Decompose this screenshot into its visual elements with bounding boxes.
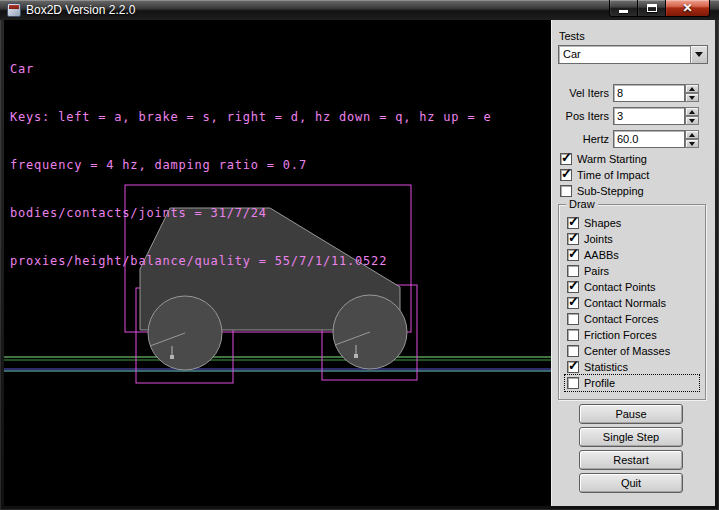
pos-iters-spin-up-button[interactable] — [685, 107, 699, 116]
checkbox-box — [567, 281, 579, 293]
tests-label: Tests — [559, 30, 585, 42]
control-panel: Tests Car Vel Iters 8 Pos Iters 3 — [551, 20, 715, 506]
hertz-spin-up-button[interactable] — [685, 130, 699, 139]
draw-group-title: Draw — [566, 198, 598, 210]
app-icon — [7, 3, 21, 17]
triangle-down-icon — [689, 119, 695, 123]
checkbox-label: Friction Forces — [584, 329, 657, 341]
pos-iters-spin-down-button[interactable] — [685, 116, 699, 125]
test-select[interactable]: Car — [558, 45, 708, 64]
checkbox-box — [567, 249, 579, 261]
checkbox-center-of-masses[interactable]: Center of Masses — [565, 343, 699, 359]
vel-iters-row: Vel Iters 8 — [552, 84, 716, 102]
checkbox-warm-starting[interactable]: Warm Starting — [558, 151, 710, 167]
pos-iters-label: Pos Iters — [552, 107, 609, 125]
checkbox-label: AABBs — [584, 249, 619, 261]
restart-button[interactable]: Restart — [579, 450, 683, 470]
draw-group: Draw Shapes Joints AABBs Pairs Contact P… — [558, 204, 706, 400]
checkbox-box — [567, 361, 579, 373]
checkbox-box — [567, 265, 579, 277]
checkbox-box — [560, 169, 572, 181]
checkbox-label: Statistics — [584, 361, 628, 373]
vel-iters-spinner — [685, 84, 699, 102]
checkbox-friction-forces[interactable]: Friction Forces — [565, 327, 699, 343]
hud-text-block: Car Keys: left = a, brake = s, right = d… — [10, 29, 491, 301]
checkbox-sub-stepping[interactable]: Sub-Stepping — [558, 183, 710, 199]
quit-button[interactable]: Quit — [579, 473, 683, 493]
minimize-icon — [619, 10, 628, 13]
checkbox-box — [567, 345, 579, 357]
minimize-button[interactable] — [609, 0, 638, 17]
hud-statistics: bodies/contacts/joints = 31/7/24 — [10, 205, 491, 221]
checkbox-time-of-impact[interactable]: Time of Impact — [558, 167, 710, 183]
checkbox-label: Profile — [584, 377, 615, 389]
checkbox-contact-normals[interactable]: Contact Normals — [565, 295, 699, 311]
checkbox-contact-forces[interactable]: Contact Forces — [565, 311, 699, 327]
triangle-down-icon — [689, 96, 695, 100]
test-select-value: Car — [563, 48, 581, 60]
draw-checkboxes: Shapes Joints AABBs Pairs Contact Points… — [565, 215, 699, 391]
pause-button[interactable]: Pause — [579, 404, 683, 424]
checkbox-label: Contact Forces — [584, 313, 659, 325]
checkbox-label: Joints — [584, 233, 613, 245]
checkbox-box — [567, 217, 579, 229]
vel-iters-spin-down-button[interactable] — [685, 93, 699, 102]
checkbox-label: Contact Normals — [584, 297, 666, 309]
pos-iters-row: Pos Iters 3 — [552, 107, 716, 125]
checkbox-label: Center of Masses — [584, 345, 670, 357]
checkbox-statistics[interactable]: Statistics — [565, 359, 699, 375]
hertz-spin-down-button[interactable] — [685, 139, 699, 148]
triangle-up-icon — [689, 133, 695, 137]
checkbox-contact-points[interactable]: Contact Points — [565, 279, 699, 295]
hud-frequency: frequency = 4 hz, damping ratio = 0.7 — [10, 157, 491, 173]
checkbox-label: Contact Points — [584, 281, 656, 293]
checkbox-label: Pairs — [584, 265, 609, 277]
hertz-input[interactable]: 60.0 — [613, 130, 685, 148]
triangle-down-icon — [689, 142, 695, 146]
checkbox-box — [560, 153, 572, 165]
solver-checkboxes: Warm Starting Time of Impact Sub-Steppin… — [558, 151, 710, 199]
checkbox-box — [560, 185, 572, 197]
contact-point-rear — [170, 355, 174, 359]
checkbox-box — [567, 377, 579, 389]
app-window: Box2D Version 2.2.0 ✕ — [0, 0, 719, 510]
maximize-button[interactable] — [638, 0, 665, 17]
triangle-up-icon — [689, 87, 695, 91]
hud-tree-stats: proxies/height/balance/quality = 55/7/1/… — [10, 253, 491, 269]
single-step-button[interactable]: Single Step — [579, 427, 683, 447]
checkbox-profile[interactable]: Profile — [565, 375, 699, 391]
checkbox-box — [567, 233, 579, 245]
checkbox-pairs[interactable]: Pairs — [565, 263, 699, 279]
vel-iters-label: Vel Iters — [552, 84, 609, 102]
chevron-down-icon — [695, 52, 703, 57]
checkbox-joints[interactable]: Joints — [565, 231, 699, 247]
window-title: Box2D Version 2.2.0 — [26, 3, 135, 17]
checkbox-aabbs[interactable]: AABBs — [565, 247, 699, 263]
checkbox-box — [567, 313, 579, 325]
vel-iters-spin-up-button[interactable] — [685, 84, 699, 93]
hertz-row: Hertz 60.0 — [552, 130, 716, 148]
pos-iters-input[interactable]: 3 — [613, 107, 685, 125]
test-select-arrow-button[interactable] — [690, 46, 707, 63]
checkbox-label: Shapes — [584, 217, 621, 229]
checkbox-shapes[interactable]: Shapes — [565, 215, 699, 231]
triangle-up-icon — [689, 110, 695, 114]
checkbox-label: Sub-Stepping — [577, 185, 644, 197]
titlebar[interactable]: Box2D Version 2.2.0 ✕ — [0, 0, 719, 20]
checkbox-box — [567, 297, 579, 309]
close-icon: ✕ — [682, 2, 692, 14]
contact-point-front — [354, 354, 358, 358]
vel-iters-input[interactable]: 8 — [613, 84, 685, 102]
checkbox-label: Time of Impact — [577, 169, 649, 181]
close-button[interactable]: ✕ — [665, 0, 710, 17]
hud-keys: Keys: left = a, brake = s, right = d, hz… — [10, 109, 491, 125]
caption-buttons: ✕ — [609, 0, 710, 17]
checkbox-label: Warm Starting — [577, 153, 647, 165]
simulation-canvas[interactable]: Car Keys: left = a, brake = s, right = d… — [4, 20, 551, 506]
checkbox-box — [567, 329, 579, 341]
hud-test-name: Car — [10, 61, 491, 77]
hertz-spinner — [685, 130, 699, 148]
hertz-label: Hertz — [552, 130, 609, 148]
pos-iters-spinner — [685, 107, 699, 125]
maximize-icon — [647, 4, 657, 12]
